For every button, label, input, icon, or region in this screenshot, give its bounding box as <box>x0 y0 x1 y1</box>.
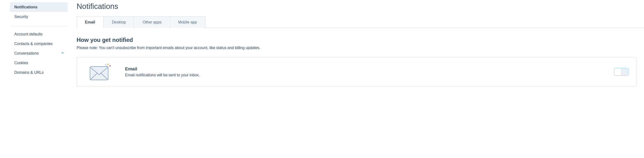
sidebar-divider <box>10 26 68 27</box>
svg-marker-0 <box>107 64 108 65</box>
sidebar-item-security[interactable]: Security <box>10 12 68 22</box>
tab-label: Other apps <box>142 20 161 24</box>
sidebar-item-account-defaults[interactable]: Account defaults <box>10 29 68 39</box>
tab-mobile-app[interactable]: Mobile app <box>170 17 205 28</box>
main-content: Notifications Email Desktop Other apps M… <box>70 0 644 87</box>
sidebar-item-label: Account defaults <box>14 32 42 36</box>
sidebar-item-label: Contacts & companies <box>14 42 52 46</box>
email-toggle[interactable] <box>614 68 628 76</box>
sidebar-item-contacts-companies[interactable]: Contacts & companies <box>10 39 68 49</box>
sidebar-item-conversations[interactable]: Conversations <box>10 49 68 58</box>
tab-email[interactable]: Email <box>76 17 104 28</box>
svg-point-2 <box>105 64 106 65</box>
card-description: Email notifications will be sent to your… <box>125 73 614 77</box>
sidebar-item-label: Cookies <box>14 61 28 65</box>
sidebar-item-label: Domains & URLs <box>14 70 44 74</box>
tab-other-apps[interactable]: Other apps <box>134 17 170 28</box>
tabs: Email Desktop Other apps Mobile app <box>76 17 644 28</box>
sidebar-item-label: Security <box>14 15 28 19</box>
card-title: Email <box>125 66 614 71</box>
tab-label: Desktop <box>112 20 126 24</box>
svg-marker-1 <box>109 65 111 66</box>
page-title: Notifications <box>76 2 644 11</box>
chevron-down-icon <box>61 51 64 55</box>
section-title: How you get notified <box>76 37 636 43</box>
section-note: Please note: You can't unsubscribe from … <box>76 46 636 50</box>
envelope-icon <box>88 63 112 81</box>
sidebar-item-cookies[interactable]: Cookies <box>10 58 68 68</box>
sidebar-item-notifications[interactable]: Notifications <box>10 3 68 12</box>
sidebar-item-label: Conversations <box>14 51 39 55</box>
tab-label: Email <box>85 20 95 24</box>
email-card: Email Email notifications will be sent t… <box>76 57 636 87</box>
svg-rect-4 <box>90 66 108 80</box>
tab-desktop[interactable]: Desktop <box>104 17 134 28</box>
tab-label: Mobile app <box>178 20 197 24</box>
section-how-notified: How you get notified Please note: You ca… <box>76 28 644 87</box>
card-body: Email Email notifications will be sent t… <box>125 66 614 77</box>
sidebar: Notifications Security Account defaults … <box>0 0 70 87</box>
sidebar-item-domains-urls[interactable]: Domains & URLs <box>10 68 68 77</box>
sidebar-item-label: Notifications <box>14 5 38 9</box>
